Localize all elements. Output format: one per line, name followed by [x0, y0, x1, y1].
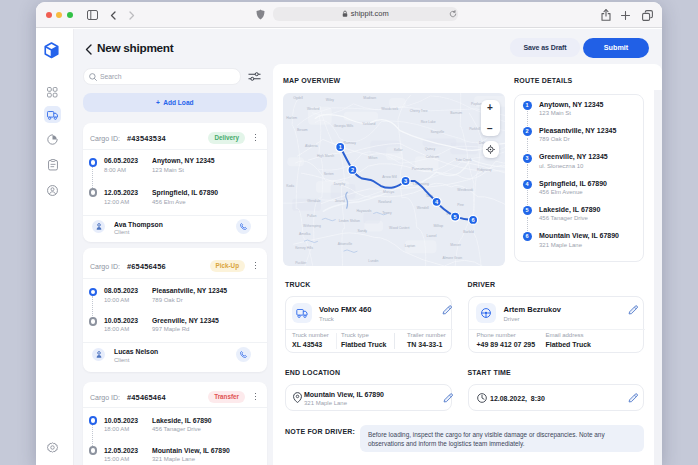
svg-text:Pine: Pine	[457, 203, 464, 207]
svg-text:Withersping: Withersping	[303, 224, 321, 228]
svg-text:Harlem: Harlem	[286, 116, 297, 120]
svg-text:Amelka: Amelka	[299, 232, 310, 236]
svg-text:Barnum: Barnum	[450, 111, 462, 115]
svg-text:Ridgeway: Ridgeway	[477, 168, 492, 172]
svg-text:Kerney Hills: Kerney Hills	[295, 246, 313, 250]
svg-text:Madison: Madison	[363, 96, 376, 100]
svg-text:Alaberta: Alaberta	[305, 144, 318, 148]
svg-text:Parkhill: Parkhill	[469, 127, 480, 131]
svg-text:Lapton: Lapton	[405, 244, 415, 248]
svg-text:Linden Shilton: Linden Shilton	[339, 220, 360, 224]
svg-text:Colstrom: Colstrom	[426, 155, 440, 159]
svg-text:Haywards: Haywards	[356, 209, 371, 213]
svg-text:Pannamoning: Pannamoning	[412, 167, 433, 171]
svg-text:Wood Custert: Wood Custert	[389, 226, 410, 230]
svg-text:Lundin: Lundin	[368, 259, 378, 263]
svg-text:Quincy: Quincy	[425, 147, 436, 151]
svg-text:Laxnel: Laxnel	[427, 234, 437, 238]
svg-text:2: 2	[351, 167, 354, 173]
svg-text:Tute Creek: Tute Creek	[455, 158, 472, 162]
svg-text:6: 6	[471, 217, 474, 223]
svg-text:Almore Groin: Almore Groin	[442, 256, 462, 260]
svg-text:3: 3	[404, 178, 407, 184]
svg-text:Woodcreek: Woodcreek	[381, 107, 398, 111]
svg-text:Barfold: Barfold	[463, 230, 474, 234]
svg-text:Sandy: Sandy	[357, 229, 367, 233]
svg-text:Arrow Mill: Arrow Mill	[382, 175, 397, 179]
svg-text:Cherry Tree: Cherry Tree	[410, 109, 428, 113]
svg-text:Dunphy: Dunphy	[334, 182, 346, 186]
svg-text:Westbrook: Westbrook	[457, 188, 473, 192]
svg-text:Koda: Koda	[286, 184, 294, 188]
svg-text:Wexford: Wexford	[307, 107, 320, 111]
svg-text:Pullan: Pullan	[307, 214, 316, 218]
svg-text:Songville: Songville	[431, 130, 445, 134]
svg-text:Wendell: Wendell	[417, 206, 429, 210]
svg-text:Wiley: Wiley	[326, 98, 335, 102]
svg-text:Rice Lake: Rice Lake	[421, 120, 436, 124]
svg-text:Ogdell: Ogdell	[293, 96, 303, 100]
svg-text:Mercer: Mercer	[450, 243, 461, 247]
svg-text:Glendale: Glendale	[307, 199, 321, 203]
svg-text:Rowland: Rowland	[378, 200, 391, 204]
svg-text:Georgia Mills: Georgia Mills	[334, 124, 354, 128]
svg-text:Marcya: Marcya	[383, 190, 394, 194]
svg-text:Milton: Milton	[368, 156, 377, 160]
svg-text:Besom: Besom	[297, 128, 308, 132]
svg-text:Serten: Serten	[324, 172, 334, 176]
svg-text:Ramsay: Ramsay	[344, 141, 357, 145]
svg-text:Kellar: Kellar	[394, 148, 403, 152]
svg-text:Puckler: Puckler	[295, 261, 307, 265]
svg-text:High Marsh: High Marsh	[317, 154, 334, 158]
svg-text:Milltop: Milltop	[434, 224, 444, 228]
svg-text:Yorkland: Yorkland	[362, 122, 375, 126]
svg-text:Jorand: Jorand	[335, 199, 345, 203]
svg-text:Attionville: Attionville	[338, 242, 353, 246]
